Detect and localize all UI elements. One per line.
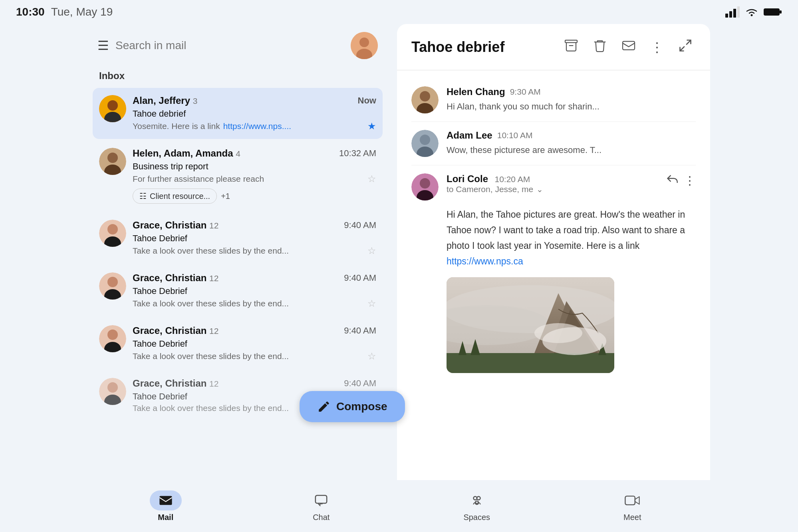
- chip-client-resource[interactable]: ☷ Client resource...: [133, 189, 217, 204]
- spaces-nav-icon: [470, 494, 484, 507]
- detail-header: Tahoe debrief: [397, 24, 710, 70]
- svg-point-54: [477, 496, 480, 500]
- detail-title: Tahoe debrief: [411, 39, 551, 56]
- email-content-1: Alan, Jeffery 3 Now Tahoe debrief Yosemi…: [133, 95, 376, 132]
- wifi-icon: [744, 6, 759, 18]
- chip-row-2: ☷ Client resource... +1: [133, 189, 376, 204]
- delete-icon[interactable]: [590, 35, 610, 59]
- email-item-4[interactable]: Grace, Christian 12 9:40 AM Tahoe Debrie…: [93, 265, 383, 316]
- bottom-nav: Mail Chat Spaces Meet: [0, 480, 798, 532]
- email-item-5[interactable]: Grace, Christian 12 9:40 AM Tahoe Debrie…: [93, 318, 383, 369]
- nav-item-spaces[interactable]: Spaces: [449, 490, 505, 522]
- svg-rect-1: [729, 11, 732, 18]
- svg-point-11: [107, 100, 118, 111]
- status-icons: [725, 6, 782, 18]
- detail-panel: Tahoe debrief: [397, 24, 710, 480]
- svg-point-53: [473, 496, 477, 500]
- star-icon-5[interactable]: ☆: [367, 351, 376, 362]
- search-input[interactable]: [115, 39, 344, 52]
- nav-spaces-icon-wrap: [461, 490, 493, 510]
- thread-expanded-lori: Lori Cole 10:20 AM to Cameron, Jesse, me…: [411, 165, 696, 381]
- avatar-alan: [99, 95, 126, 122]
- svg-point-31: [420, 91, 430, 101]
- svg-rect-51: [159, 496, 172, 505]
- svg-point-50: [534, 323, 582, 343]
- detail-actions: ⋮: [561, 35, 696, 59]
- svg-point-14: [107, 153, 118, 163]
- avatar-grace-1: [99, 220, 126, 247]
- svg-point-23: [107, 330, 118, 340]
- star-icon-4[interactable]: ☆: [367, 298, 376, 309]
- inbox-label: Inbox: [88, 67, 387, 88]
- chip-plus: +1: [221, 192, 230, 201]
- avatar-thread-adam: [411, 130, 439, 157]
- avatar-helen-adam: [99, 148, 126, 175]
- email-item-3[interactable]: Grace, Christian 12 9:40 AM Tahoe Debrie…: [93, 212, 383, 264]
- svg-point-26: [107, 382, 118, 393]
- more-thread-icon[interactable]: ⋮: [684, 173, 696, 190]
- star-icon-3[interactable]: ☆: [367, 245, 376, 256]
- status-bar: 10:30 Tue, May 19: [0, 0, 798, 24]
- email-content-5: Grace, Christian 12 9:40 AM Tahoe Debrie…: [133, 325, 376, 362]
- mountain-image: [447, 277, 614, 373]
- nav-chat-label: Chat: [313, 513, 330, 522]
- user-avatar[interactable]: [351, 32, 378, 59]
- svg-rect-45: [447, 353, 614, 373]
- expand-icon[interactable]: [675, 35, 696, 59]
- star-icon-1[interactable]: ★: [367, 121, 376, 132]
- svg-point-20: [107, 277, 118, 287]
- avatar-grace-3: [99, 325, 126, 352]
- battery-icon: [764, 7, 782, 17]
- svg-rect-56: [625, 496, 635, 505]
- search-bar: ☰: [88, 24, 387, 67]
- nav-item-mail[interactable]: Mail: [138, 490, 194, 522]
- nav-meet-label: Meet: [623, 513, 641, 522]
- star-icon-2[interactable]: ☆: [367, 173, 376, 185]
- svg-point-8: [359, 38, 369, 47]
- email-item-1[interactable]: Alan, Jeffery 3 Now Tahoe debrief Yosemi…: [93, 88, 383, 139]
- email-content-3: Grace, Christian 12 9:40 AM Tahoe Debrie…: [133, 220, 376, 256]
- svg-point-37: [420, 178, 430, 189]
- svg-rect-52: [316, 495, 327, 503]
- svg-rect-0: [725, 14, 728, 18]
- mark-unread-icon[interactable]: [618, 35, 639, 59]
- nav-chat-icon-wrap: [305, 490, 337, 510]
- svg-point-34: [420, 135, 430, 145]
- nav-mail-icon-wrap: [150, 490, 182, 510]
- signal-icon: [725, 6, 740, 18]
- thread-item-adam[interactable]: Adam Lee 10:10 AM Wow, these picturese a…: [411, 122, 696, 165]
- svg-rect-28: [565, 40, 577, 43]
- svg-rect-6: [780, 10, 782, 14]
- svg-point-4: [751, 14, 753, 16]
- compose-icon: [317, 400, 331, 413]
- nav-item-meet[interactable]: Meet: [604, 490, 660, 522]
- nav-item-chat[interactable]: Chat: [293, 490, 349, 522]
- avatar-thread-lori: [411, 173, 439, 200]
- nps-link[interactable]: https://www.nps.ca: [447, 256, 523, 266]
- avatar-grace-2: [99, 272, 126, 300]
- svg-rect-3: [737, 6, 740, 18]
- svg-rect-5: [764, 8, 780, 16]
- nav-spaces-label: Spaces: [463, 513, 490, 522]
- email-content-2: Helen, Adam, Amanda 4 10:32 AM Business …: [133, 148, 376, 204]
- more-icon[interactable]: ⋮: [647, 36, 667, 58]
- detail-body: Helen Chang 9:30 AM Hi Alan, thank you s…: [397, 70, 710, 480]
- compose-button[interactable]: Compose: [300, 391, 405, 422]
- svg-rect-29: [623, 42, 635, 50]
- nav-mail-label: Mail: [158, 513, 173, 522]
- avatar-thread-helen: [411, 86, 439, 113]
- archive-icon[interactable]: [561, 35, 582, 59]
- avatar-grace-4: [99, 378, 126, 405]
- chat-nav-icon: [314, 494, 328, 507]
- status-time: 10:30 Tue, May 19: [16, 6, 113, 18]
- email-content-4: Grace, Christian 12 9:40 AM Tahoe Debrie…: [133, 272, 376, 309]
- nav-meet-icon-wrap: [616, 490, 648, 510]
- email-item-2[interactable]: Helen, Adam, Amanda 4 10:32 AM Business …: [93, 141, 383, 211]
- svg-rect-2: [733, 9, 736, 18]
- svg-point-17: [107, 224, 118, 234]
- reply-icon[interactable]: [665, 173, 679, 190]
- recipients-chevron[interactable]: ⌄: [536, 185, 543, 194]
- thread-item-helen[interactable]: Helen Chang 9:30 AM Hi Alan, thank you s…: [411, 78, 696, 122]
- mail-nav-icon: [159, 494, 173, 506]
- hamburger-icon[interactable]: ☰: [97, 38, 109, 53]
